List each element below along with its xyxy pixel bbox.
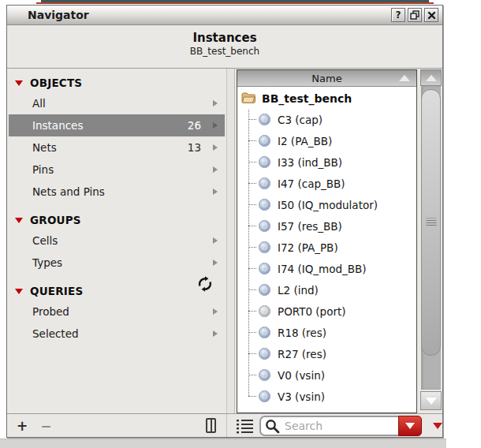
item-count: 13 — [188, 141, 201, 154]
instance-icon — [259, 135, 270, 147]
tree-item-port0-port[interactable]: PORT0 (port) — [237, 301, 416, 322]
sidebar: OBJECTS All Instances 26 Nets 13 Pins Ne… — [7, 69, 226, 413]
sidebar-item-label: Cells — [32, 234, 58, 247]
tree-item-label: R18 (res) — [278, 327, 326, 339]
section-header-queries[interactable]: QUERIES — [7, 282, 226, 301]
tree-item-i50-iq-modulator[interactable]: I50 (IQ_modulator) — [237, 194, 416, 215]
refresh-queries-icon[interactable] — [196, 274, 214, 293]
search-options-button[interactable] — [398, 416, 422, 436]
section-header-groups[interactable]: GROUPS — [7, 211, 226, 230]
instance-icon — [259, 156, 270, 168]
tree-scrollbar[interactable] — [420, 69, 442, 413]
list-view-button[interactable] — [237, 418, 254, 434]
port-icon — [259, 305, 270, 317]
sidebar-item-label: Selected — [32, 327, 79, 340]
name-column-header[interactable]: Name — [237, 70, 416, 87]
submenu-arrow-icon — [213, 100, 218, 106]
footer-left: + − — [7, 414, 226, 437]
instance-icon — [259, 284, 270, 296]
sidebar-item-instances[interactable]: Instances 26 — [9, 114, 225, 136]
main-area: OBJECTS All Instances 26 Nets 13 Pins Ne… — [7, 69, 442, 413]
tree-branch-line — [248, 183, 256, 184]
sidebar-item-probed[interactable]: Probed — [9, 301, 225, 323]
tree-item-i2-pa-bb[interactable]: I2 (PA_BB) — [237, 130, 416, 151]
section-header-objects[interactable]: OBJECTS — [7, 73, 226, 92]
panel-splitter[interactable] — [226, 69, 235, 413]
submenu-arrow-icon — [213, 308, 218, 315]
tree-branch-line — [248, 268, 256, 269]
sidebar-item-cells[interactable]: Cells — [9, 230, 225, 252]
instance-icon — [259, 390, 270, 402]
help-button[interactable]: ? — [391, 8, 405, 22]
tree-root-row[interactable]: BB_test_bench — [237, 88, 416, 109]
float-icon — [410, 10, 419, 20]
filter-dropdown-button[interactable] — [433, 423, 442, 429]
background-window-red-line — [36, 2, 434, 4]
tree-item-i57-res-bb[interactable]: I57 (res_BB) — [237, 215, 416, 237]
tree-item-i72-pa-pb[interactable]: I72 (PA_PB) — [237, 237, 416, 258]
close-button[interactable] — [424, 8, 438, 22]
tree-item-label: L2 (ind) — [278, 284, 319, 297]
tree-item-label: I74 (IQ_mod_BB) — [278, 263, 367, 275]
sidebar-item-label: Probed — [32, 305, 69, 318]
search-box — [259, 416, 422, 436]
item-count: 26 — [188, 119, 201, 132]
list-view-icon — [237, 418, 254, 434]
instance-icon — [259, 327, 270, 338]
sidebar-item-label: Instances — [32, 119, 83, 132]
folder-open-icon — [241, 92, 255, 104]
sidebar-item-nets[interactable]: Nets 13 — [9, 136, 225, 159]
instance-icon — [259, 369, 270, 381]
section-label: QUERIES — [30, 285, 83, 297]
submenu-arrow-icon — [213, 330, 218, 337]
tree-item-label: V0 (vsin) — [278, 369, 325, 382]
scroll-up-button[interactable] — [420, 69, 442, 86]
name-column-label: Name — [311, 73, 341, 84]
tree-branch-line — [248, 162, 256, 162]
sidebar-item-pins[interactable]: Pins — [9, 159, 225, 181]
tree-item-v0-vsin[interactable]: V0 (vsin) — [237, 364, 416, 386]
sidebar-item-label: Nets and Pins — [32, 185, 105, 198]
remove-button[interactable]: − — [40, 418, 51, 434]
tree-item-i33-ind-bb[interactable]: I33 (ind_BB) — [237, 151, 416, 173]
tree-item-label: I72 (PA_PB) — [278, 241, 338, 254]
instance-icon — [259, 177, 270, 189]
sidebar-item-nets-and-pins[interactable]: Nets and Pins — [9, 181, 225, 203]
sidebar-item-all[interactable]: All — [9, 92, 225, 114]
tree-item-v3-vsin[interactable]: V3 (vsin) — [237, 386, 416, 407]
sidebar-item-label: Types — [32, 256, 62, 269]
tree-branch-line — [248, 311, 256, 312]
tree-item-c3-cap[interactable]: C3 (cap) — [237, 109, 416, 130]
tree-item-r18-res[interactable]: R18 (res) — [237, 322, 416, 343]
submenu-arrow-icon — [213, 122, 218, 129]
scrollbar-thumb[interactable] — [421, 89, 441, 356]
tree-item-label: PORT0 (port) — [278, 305, 346, 318]
tree-branch-line — [248, 140, 256, 141]
sidebar-item-types[interactable]: Types — [9, 252, 225, 274]
scroll-down-button[interactable] — [420, 391, 442, 410]
sidebar-item-selected[interactable]: Selected — [9, 323, 225, 345]
float-button[interactable] — [408, 8, 422, 22]
tree-item-l2-ind[interactable]: L2 (ind) — [237, 279, 416, 301]
titlebar[interactable]: Navigator ? — [7, 6, 442, 25]
tree-item-i74-iq-mod-bb[interactable]: I74 (IQ_mod_BB) — [237, 258, 416, 279]
submenu-arrow-icon — [213, 237, 218, 244]
submenu-arrow-icon — [213, 166, 218, 173]
section-expand-icon — [15, 218, 23, 223]
tree-item-r27-res[interactable]: R27 (res) — [237, 343, 416, 364]
tree-item-label: I57 (res_BB) — [278, 220, 342, 233]
tree-branch-line — [248, 289, 256, 290]
tree-branch-line — [248, 226, 256, 226]
add-button[interactable]: + — [17, 418, 28, 434]
search-icon — [265, 419, 280, 434]
close-icon — [427, 11, 436, 20]
sidebar-item-label: Pins — [32, 163, 54, 176]
tree-list: BB_test_bench C3 (cap) I2 (PA_BB) I33 (i… — [237, 87, 416, 413]
toggle-panel-button[interactable] — [206, 418, 216, 433]
cell-name: BB_test_bench — [7, 46, 442, 57]
instance-icon — [259, 199, 270, 211]
section-expand-icon — [15, 80, 23, 86]
tree-item-i47-cap-bb[interactable]: I47 (cap_BB) — [237, 173, 416, 194]
section-expand-icon — [15, 289, 23, 294]
dropdown-icon — [405, 423, 415, 429]
